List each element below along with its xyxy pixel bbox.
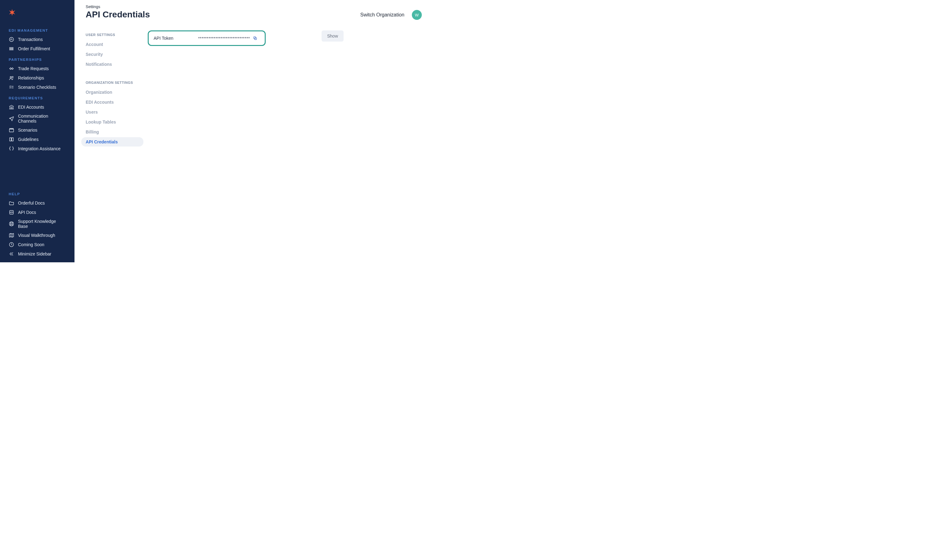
- users-icon: [9, 75, 14, 81]
- sidebar-item-label: Scenarios: [18, 128, 37, 133]
- page-heading-block: Settings API Credentials: [85, 5, 150, 20]
- sidebar-item-label: Visual Walkthrough: [18, 233, 55, 238]
- chevrons-left-icon: [9, 251, 14, 257]
- settings-item-billing[interactable]: Billing: [85, 127, 142, 137]
- sidebar-item-edi-accounts[interactable]: EDI Accounts: [0, 102, 75, 112]
- settings-item-edi-accounts[interactable]: EDI Accounts: [85, 98, 142, 107]
- barcode-icon: [9, 46, 14, 52]
- show-token-button[interactable]: Show: [322, 31, 343, 41]
- sidebar-item-label: Integration Assistance: [18, 146, 61, 151]
- sidebar-item-label: Orderful Docs: [18, 200, 45, 206]
- sidebar-item-label: Scenario Checklists: [18, 85, 56, 90]
- breadcrumb: Settings: [85, 5, 150, 9]
- sidebar-item-support-knowledge-base[interactable]: Support Knowledge Base: [0, 217, 75, 230]
- sidebar-item-label: EDI Accounts: [18, 105, 44, 110]
- sidebar-item-trade-requests[interactable]: Trade Requests: [0, 64, 75, 73]
- sidebar-item-minimize-sidebar[interactable]: Minimize Sidebar: [0, 249, 75, 259]
- handshake-icon: [9, 66, 14, 72]
- bank-icon: [9, 104, 14, 110]
- clock-icon: [9, 242, 14, 247]
- svg-rect-3: [9, 129, 14, 132]
- asterisk-logo-icon: [8, 8, 16, 17]
- sidebar-item-scenarios[interactable]: Scenarios: [0, 125, 75, 135]
- app-logo: [0, 6, 75, 24]
- sidebar-item-label: Order Fulfillment: [18, 46, 50, 51]
- sidebar-item-orderful-docs[interactable]: Orderful Docs: [0, 198, 75, 208]
- svg-point-2: [12, 76, 13, 78]
- sidebar-item-scenario-checklists[interactable]: Scenario Checklists: [0, 82, 75, 92]
- sidebar-item-guidelines[interactable]: Guidelines: [0, 135, 75, 144]
- main-area: Settings API Credentials Switch Organiza…: [75, 0, 433, 262]
- svg-point-1: [10, 77, 12, 78]
- book-icon: [9, 137, 14, 142]
- sidebar-item-communication-channels[interactable]: Communication Channels: [0, 112, 75, 125]
- sidebar-item-label: Minimize Sidebar: [18, 252, 51, 256]
- sidebar-item-label: Guidelines: [18, 137, 38, 142]
- sidebar-section-title-help: HELP: [0, 188, 75, 198]
- sidebar-section-title-edi-management: EDI MANAGEMENT: [0, 24, 75, 35]
- sidebar-item-label: Coming Soon: [18, 242, 44, 247]
- sidebar-section-title-requirements: REQUIREMENTS: [0, 92, 75, 102]
- clapper-icon: [9, 127, 14, 133]
- settings-item-lookup-tables[interactable]: Lookup Tables: [85, 117, 142, 127]
- switch-organization-link[interactable]: Switch Organization: [360, 12, 404, 18]
- sidebar-help-section: HELP Orderful DocsAPI DocsSupport Knowle…: [0, 188, 75, 262]
- api-token-label: API Token: [154, 36, 174, 41]
- settings-item-users[interactable]: Users: [85, 107, 142, 117]
- settings-item-organization[interactable]: Organization: [85, 87, 142, 97]
- settings-item-api-credentials[interactable]: API Credentials: [81, 137, 143, 146]
- api-token-masked-value: ******************************: [198, 36, 250, 41]
- settings-subnav: USER SETTINGS AccountSecurityNotificatio…: [85, 31, 142, 147]
- sidebar-item-integration-assistance[interactable]: Integration Assistance: [0, 144, 75, 153]
- sidebar-section-title-partnerships: PARTNERSHIPS: [0, 53, 75, 64]
- settings-item-security[interactable]: Security: [85, 50, 142, 59]
- sidebar-item-relationships[interactable]: Relationships: [0, 73, 75, 82]
- settings-item-account[interactable]: Account: [85, 40, 142, 49]
- api-doc-icon: [9, 209, 14, 215]
- api-credentials-panel: API Token ******************************…: [148, 31, 422, 147]
- sidebar-item-label: Transactions: [18, 37, 43, 42]
- sidebar-item-label: API Docs: [18, 210, 36, 215]
- sidebar-nav: EDI MANAGEMENTTransactionsOrder Fulfillm…: [0, 24, 75, 188]
- send-icon: [9, 116, 14, 121]
- braces-icon: [9, 146, 14, 151]
- user-avatar[interactable]: W: [412, 10, 422, 20]
- map-icon: [9, 232, 14, 238]
- api-token-card: API Token ******************************: [148, 31, 266, 46]
- page-title: API Credentials: [85, 10, 150, 20]
- life-ring-icon: [9, 221, 14, 227]
- copy-icon[interactable]: [253, 36, 257, 40]
- content-row: USER SETTINGS AccountSecurityNotificatio…: [75, 23, 433, 147]
- settings-item-notifications[interactable]: Notifications: [85, 60, 142, 69]
- folder-icon: [9, 200, 14, 206]
- sidebar-item-label: Support Knowledge Base: [18, 219, 66, 229]
- topbar-right: Switch Organization W: [360, 5, 422, 20]
- sidebar-item-label: Relationships: [18, 75, 44, 80]
- checklist-icon: [9, 84, 14, 90]
- sidebar-item-api-docs[interactable]: API Docs: [0, 208, 75, 217]
- sidebar-item-label: Trade Requests: [18, 66, 49, 71]
- subnav-section-user: USER SETTINGS: [85, 33, 142, 37]
- topbar: Settings API Credentials Switch Organiza…: [75, 0, 433, 23]
- sidebar-item-transactions[interactable]: Transactions: [0, 35, 75, 44]
- subnav-section-org: ORGANIZATION SETTINGS: [85, 81, 142, 84]
- app-sidebar: EDI MANAGEMENTTransactionsOrder Fulfillm…: [0, 0, 75, 262]
- sidebar-item-order-fulfillment[interactable]: Order Fulfillment: [0, 44, 75, 53]
- chart-circle-icon: [9, 37, 14, 42]
- sidebar-item-label: Communication Channels: [18, 114, 66, 124]
- api-token-value-wrap: ******************************: [198, 36, 258, 41]
- sidebar-item-visual-walkthrough[interactable]: Visual Walkthrough: [0, 230, 75, 240]
- sidebar-item-coming-soon[interactable]: Coming Soon: [0, 240, 75, 249]
